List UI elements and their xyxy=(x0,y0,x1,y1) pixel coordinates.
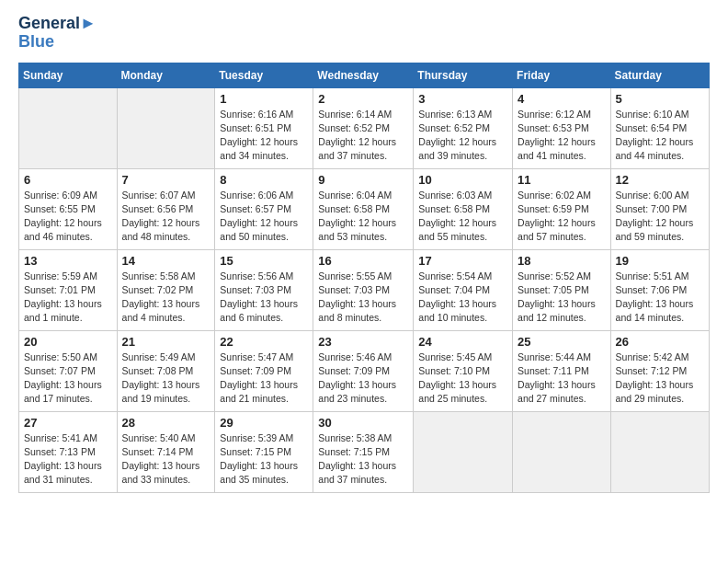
calendar-week-4: 20Sunrise: 5:50 AM Sunset: 7:07 PM Dayli… xyxy=(19,330,710,411)
calendar-cell: 28Sunrise: 5:40 AM Sunset: 7:14 PM Dayli… xyxy=(117,411,215,492)
calendar-cell: 19Sunrise: 5:51 AM Sunset: 7:06 PM Dayli… xyxy=(610,249,709,330)
day-number: 6 xyxy=(24,173,112,187)
day-number: 5 xyxy=(616,92,704,106)
calendar-cell: 30Sunrise: 5:38 AM Sunset: 7:15 PM Dayli… xyxy=(313,411,414,492)
calendar-cell xyxy=(19,87,118,168)
calendar-cell: 29Sunrise: 5:39 AM Sunset: 7:15 PM Dayli… xyxy=(215,411,313,492)
day-number: 8 xyxy=(220,173,308,187)
day-number: 1 xyxy=(220,92,308,106)
calendar-week-5: 27Sunrise: 5:41 AM Sunset: 7:13 PM Dayli… xyxy=(19,411,710,492)
header: General► Blue xyxy=(18,15,710,52)
day-number: 30 xyxy=(318,416,408,430)
calendar-header-wednesday: Wednesday xyxy=(313,63,414,87)
calendar-cell: 17Sunrise: 5:54 AM Sunset: 7:04 PM Dayli… xyxy=(414,249,513,330)
calendar-cell: 22Sunrise: 5:47 AM Sunset: 7:09 PM Dayli… xyxy=(215,330,313,411)
day-info: Sunrise: 6:13 AM Sunset: 6:52 PM Dayligh… xyxy=(418,108,507,164)
day-info: Sunrise: 5:47 AM Sunset: 7:09 PM Dayligh… xyxy=(220,350,308,407)
calendar-cell: 25Sunrise: 5:44 AM Sunset: 7:11 PM Dayli… xyxy=(513,330,611,411)
calendar-cell xyxy=(414,411,513,492)
calendar-cell: 6Sunrise: 6:09 AM Sunset: 6:55 PM Daylig… xyxy=(19,168,118,249)
day-info: Sunrise: 6:12 AM Sunset: 6:53 PM Dayligh… xyxy=(518,108,606,164)
logo-text: General► xyxy=(18,15,97,33)
day-number: 17 xyxy=(418,254,507,268)
day-info: Sunrise: 6:07 AM Sunset: 6:56 PM Dayligh… xyxy=(122,189,210,245)
day-number: 3 xyxy=(418,92,507,106)
calendar-cell: 3Sunrise: 6:13 AM Sunset: 6:52 PM Daylig… xyxy=(414,87,513,168)
calendar-header-friday: Friday xyxy=(513,63,611,87)
day-number: 29 xyxy=(220,416,308,430)
day-info: Sunrise: 6:14 AM Sunset: 6:52 PM Dayligh… xyxy=(318,108,408,164)
calendar-header-sunday: Sunday xyxy=(19,63,118,87)
day-info: Sunrise: 6:09 AM Sunset: 6:55 PM Dayligh… xyxy=(24,189,112,245)
day-number: 26 xyxy=(616,335,704,349)
calendar-header-monday: Monday xyxy=(117,63,215,87)
day-info: Sunrise: 6:02 AM Sunset: 6:59 PM Dayligh… xyxy=(518,189,606,245)
day-info: Sunrise: 5:44 AM Sunset: 7:11 PM Dayligh… xyxy=(518,350,606,407)
day-info: Sunrise: 6:10 AM Sunset: 6:54 PM Dayligh… xyxy=(616,108,704,164)
logo: General► Blue xyxy=(18,15,97,52)
calendar-cell: 11Sunrise: 6:02 AM Sunset: 6:59 PM Dayli… xyxy=(513,168,611,249)
day-number: 19 xyxy=(616,254,704,268)
calendar-cell: 13Sunrise: 5:59 AM Sunset: 7:01 PM Dayli… xyxy=(19,249,118,330)
calendar-cell xyxy=(117,87,215,168)
day-number: 15 xyxy=(220,254,308,268)
day-number: 4 xyxy=(518,92,606,106)
calendar-cell: 20Sunrise: 5:50 AM Sunset: 7:07 PM Dayli… xyxy=(19,330,118,411)
day-info: Sunrise: 5:51 AM Sunset: 7:06 PM Dayligh… xyxy=(616,270,704,326)
day-number: 11 xyxy=(518,173,606,187)
day-info: Sunrise: 5:46 AM Sunset: 7:09 PM Dayligh… xyxy=(318,350,408,407)
calendar-week-2: 6Sunrise: 6:09 AM Sunset: 6:55 PM Daylig… xyxy=(19,168,710,249)
calendar-week-3: 13Sunrise: 5:59 AM Sunset: 7:01 PM Dayli… xyxy=(19,249,710,330)
calendar-cell: 23Sunrise: 5:46 AM Sunset: 7:09 PM Dayli… xyxy=(313,330,414,411)
day-number: 25 xyxy=(518,335,606,349)
day-info: Sunrise: 5:40 AM Sunset: 7:14 PM Dayligh… xyxy=(122,431,210,488)
calendar-cell: 10Sunrise: 6:03 AM Sunset: 6:58 PM Dayli… xyxy=(414,168,513,249)
calendar-header-thursday: Thursday xyxy=(414,63,513,87)
day-info: Sunrise: 5:58 AM Sunset: 7:02 PM Dayligh… xyxy=(122,270,210,326)
calendar-header-saturday: Saturday xyxy=(610,63,709,87)
calendar: SundayMondayTuesdayWednesdayThursdayFrid… xyxy=(18,63,710,493)
day-number: 13 xyxy=(24,254,112,268)
day-number: 12 xyxy=(616,173,704,187)
day-info: Sunrise: 5:56 AM Sunset: 7:03 PM Dayligh… xyxy=(220,270,308,326)
day-info: Sunrise: 6:06 AM Sunset: 6:57 PM Dayligh… xyxy=(220,189,308,245)
day-number: 21 xyxy=(122,335,210,349)
calendar-cell: 9Sunrise: 6:04 AM Sunset: 6:58 PM Daylig… xyxy=(313,168,414,249)
calendar-cell: 8Sunrise: 6:06 AM Sunset: 6:57 PM Daylig… xyxy=(215,168,313,249)
day-info: Sunrise: 6:16 AM Sunset: 6:51 PM Dayligh… xyxy=(220,108,308,164)
calendar-header-tuesday: Tuesday xyxy=(215,63,313,87)
day-number: 16 xyxy=(318,254,408,268)
logo-blue: Blue xyxy=(18,33,97,52)
day-info: Sunrise: 5:39 AM Sunset: 7:15 PM Dayligh… xyxy=(220,431,308,488)
day-info: Sunrise: 5:59 AM Sunset: 7:01 PM Dayligh… xyxy=(24,270,112,326)
calendar-header-row: SundayMondayTuesdayWednesdayThursdayFrid… xyxy=(19,63,710,87)
day-number: 23 xyxy=(318,335,408,349)
day-info: Sunrise: 6:00 AM Sunset: 7:00 PM Dayligh… xyxy=(616,189,704,245)
calendar-week-1: 1Sunrise: 6:16 AM Sunset: 6:51 PM Daylig… xyxy=(19,87,710,168)
day-info: Sunrise: 5:45 AM Sunset: 7:10 PM Dayligh… xyxy=(418,350,507,407)
calendar-cell: 26Sunrise: 5:42 AM Sunset: 7:12 PM Dayli… xyxy=(610,330,709,411)
page: General► Blue SundayMondayTuesdayWednesd… xyxy=(0,0,728,508)
calendar-cell: 14Sunrise: 5:58 AM Sunset: 7:02 PM Dayli… xyxy=(117,249,215,330)
calendar-cell: 24Sunrise: 5:45 AM Sunset: 7:10 PM Dayli… xyxy=(414,330,513,411)
calendar-cell: 7Sunrise: 6:07 AM Sunset: 6:56 PM Daylig… xyxy=(117,168,215,249)
day-number: 10 xyxy=(418,173,507,187)
calendar-cell: 12Sunrise: 6:00 AM Sunset: 7:00 PM Dayli… xyxy=(610,168,709,249)
day-info: Sunrise: 5:42 AM Sunset: 7:12 PM Dayligh… xyxy=(616,350,704,407)
day-info: Sunrise: 5:41 AM Sunset: 7:13 PM Dayligh… xyxy=(24,431,112,488)
day-number: 18 xyxy=(518,254,606,268)
day-number: 27 xyxy=(24,416,112,430)
day-number: 20 xyxy=(24,335,112,349)
calendar-cell: 18Sunrise: 5:52 AM Sunset: 7:05 PM Dayli… xyxy=(513,249,611,330)
day-info: Sunrise: 5:54 AM Sunset: 7:04 PM Dayligh… xyxy=(418,270,507,326)
calendar-cell: 2Sunrise: 6:14 AM Sunset: 6:52 PM Daylig… xyxy=(313,87,414,168)
calendar-cell: 16Sunrise: 5:55 AM Sunset: 7:03 PM Dayli… xyxy=(313,249,414,330)
calendar-cell xyxy=(513,411,611,492)
calendar-cell: 15Sunrise: 5:56 AM Sunset: 7:03 PM Dayli… xyxy=(215,249,313,330)
calendar-cell: 4Sunrise: 6:12 AM Sunset: 6:53 PM Daylig… xyxy=(513,87,611,168)
day-info: Sunrise: 5:38 AM Sunset: 7:15 PM Dayligh… xyxy=(318,431,408,488)
day-info: Sunrise: 6:04 AM Sunset: 6:58 PM Dayligh… xyxy=(318,189,408,245)
day-info: Sunrise: 5:55 AM Sunset: 7:03 PM Dayligh… xyxy=(318,270,408,326)
day-info: Sunrise: 5:52 AM Sunset: 7:05 PM Dayligh… xyxy=(518,270,606,326)
calendar-cell: 21Sunrise: 5:49 AM Sunset: 7:08 PM Dayli… xyxy=(117,330,215,411)
